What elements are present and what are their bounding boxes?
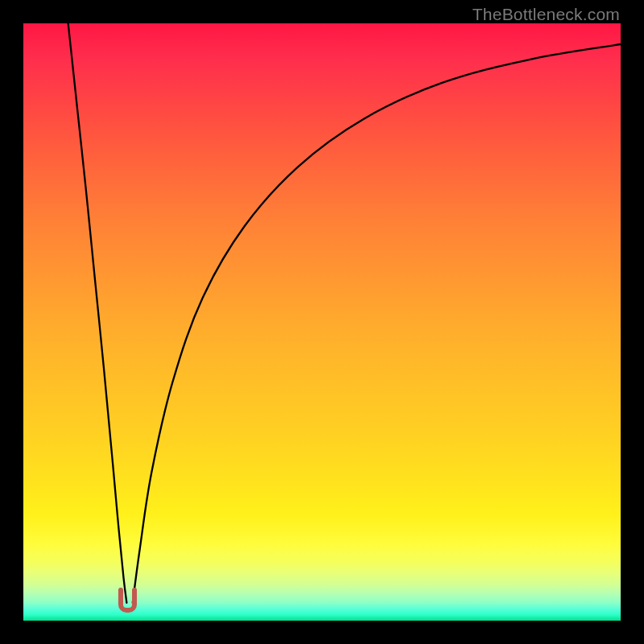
curve-right-branch: [133, 44, 621, 603]
chart-frame: TheBottleneck.com: [0, 0, 644, 644]
curve-left-branch: [68, 23, 127, 603]
bottleneck-curve: [23, 23, 621, 621]
minimum-u-marker: [118, 590, 137, 613]
u-marker-cap: [118, 588, 123, 592]
plot-area: [23, 23, 621, 621]
watermark-text: TheBottleneck.com: [473, 5, 620, 24]
u-marker-cap: [132, 588, 137, 592]
